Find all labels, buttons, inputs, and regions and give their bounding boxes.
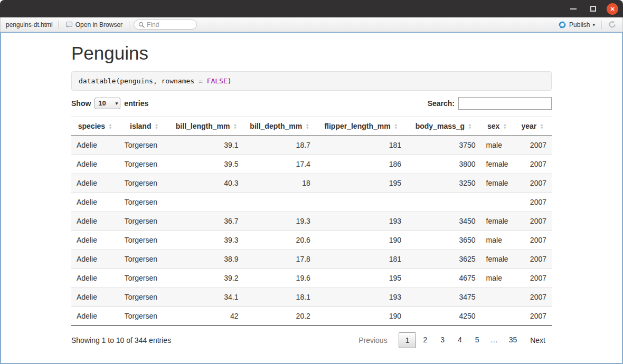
table-cell: 2007 — [514, 288, 552, 306]
table-cell: Torgersen — [119, 231, 169, 250]
toolbar-divider — [601, 21, 602, 29]
maximize-icon — [590, 6, 596, 12]
column-header-label: year — [521, 122, 536, 130]
next-button[interactable]: Next — [524, 333, 552, 348]
previous-button[interactable]: Previous — [352, 333, 393, 348]
datatable-controls: Show 10 ▾ entries Search: — [71, 97, 552, 110]
column-header-year[interactable]: year▲▼ — [514, 116, 552, 136]
table-cell: 193 — [316, 212, 407, 231]
table-row: AdelieTorgersen38.917.81813625female2007 — [71, 250, 552, 269]
table-cell: 42 — [169, 306, 244, 325]
table-cell: 2007 — [514, 212, 552, 231]
table-cell: female — [481, 155, 514, 174]
find-input[interactable] — [147, 21, 189, 28]
table-cell: 36.7 — [169, 212, 244, 231]
table-cell: 39.1 — [169, 136, 244, 155]
viewer-content: Penguins datatable(penguins, rownames = … — [0, 32, 623, 364]
column-header-sex[interactable]: sex▲▼ — [481, 116, 514, 136]
table-footer: Showing 1 to 10 of 344 entries Previous … — [71, 332, 552, 348]
column-header-label: sex — [487, 122, 499, 130]
table-cell: 20.2 — [244, 306, 316, 325]
page-length-select[interactable]: 10 ▾ — [95, 98, 120, 109]
table-row: AdelieTorgersen40.3181953250female2007 — [71, 174, 552, 193]
table-cell: female — [481, 212, 514, 231]
table-cell: Torgersen — [119, 288, 169, 306]
show-label: Show — [71, 99, 91, 108]
table-cell — [244, 193, 316, 212]
table-cell: male — [481, 231, 514, 250]
table-cell: 3250 — [407, 174, 480, 193]
column-header-label: island — [130, 122, 151, 130]
maximize-button[interactable] — [587, 3, 599, 15]
table-cell: 3750 — [407, 136, 480, 155]
code-text: ) — [228, 77, 232, 85]
column-header-bill_length_mm[interactable]: bill_length_mm▲▼ — [169, 116, 244, 136]
table-cell: 2007 — [514, 269, 552, 288]
viewer-toolbar: penguins-dt.html Open in Browser — [0, 17, 623, 32]
table-cell: 195 — [316, 174, 407, 193]
page-button-35[interactable]: 35 — [503, 332, 524, 348]
refresh-icon — [608, 21, 616, 28]
table-cell: 17.4 — [244, 155, 316, 174]
table-cell: 2007 — [514, 306, 552, 325]
table-cell: 38.9 — [169, 250, 244, 269]
toolbar-divider — [58, 21, 59, 29]
table-search-control: Search: — [428, 97, 552, 110]
open-in-browser-label: Open in Browser — [75, 21, 122, 28]
table-info: Showing 1 to 10 of 344 entries — [71, 336, 171, 344]
table-cell — [169, 193, 244, 212]
table-cell: 39.5 — [169, 155, 244, 174]
code-text: datatable(penguins, rownames = — [79, 77, 207, 85]
open-in-browser-button[interactable]: Open in Browser — [63, 20, 125, 30]
sort-icon: ▲▼ — [394, 123, 398, 130]
window-controls: × — [567, 3, 619, 15]
page-button-3[interactable]: 3 — [434, 332, 451, 348]
table-cell: Torgersen — [119, 155, 169, 174]
column-header-body_mass_g[interactable]: body_mass_g▲▼ — [407, 116, 480, 136]
pagination: Previous 12345…35 Next — [352, 332, 552, 348]
table-cell: 181 — [316, 250, 407, 269]
table-cell: Torgersen — [119, 250, 169, 269]
report-container: Penguins datatable(penguins, rownames = … — [71, 33, 552, 348]
page-button-1[interactable]: 1 — [399, 332, 417, 348]
column-header-species[interactable]: species▲▼ — [71, 116, 119, 136]
table-search-input[interactable] — [458, 97, 552, 110]
refresh-button[interactable] — [606, 20, 618, 30]
column-header-flipper_length_mm[interactable]: flipper_length_mm▲▼ — [316, 116, 407, 136]
table-cell: 34.1 — [169, 288, 244, 306]
page-button-2[interactable]: 2 — [417, 332, 433, 348]
table-cell: Adelie — [71, 212, 119, 231]
find-box[interactable] — [134, 20, 197, 30]
publish-button[interactable]: Publish ▾ — [556, 20, 597, 30]
table-cell: 18.7 — [244, 136, 316, 155]
search-icon — [138, 22, 145, 28]
table-cell: 39.2 — [169, 269, 244, 288]
table-cell: 40.3 — [169, 174, 244, 193]
table-cell: Adelie — [71, 193, 119, 212]
publish-label: Publish — [569, 21, 590, 28]
sort-icon: ▲▼ — [540, 123, 544, 130]
search-label: Search: — [428, 99, 455, 108]
table-header-row: species▲▼island▲▼bill_length_mm▲▼bill_de… — [71, 116, 552, 136]
table-row: AdelieTorgersen39.219.61954675male2007 — [71, 269, 552, 288]
chevron-down-icon: ▾ — [116, 101, 118, 106]
close-button[interactable]: × — [606, 3, 619, 15]
table-cell: 195 — [316, 269, 407, 288]
page-length-value: 10 — [98, 99, 106, 107]
code-constant: FALSE — [207, 77, 228, 85]
table-row: AdelieTorgersen39.517.41863800female2007 — [71, 155, 552, 174]
table-cell: Adelie — [71, 288, 119, 306]
minimize-button[interactable] — [567, 3, 580, 15]
table-cell: 19.6 — [244, 269, 316, 288]
browser-window-icon — [65, 21, 73, 28]
table-cell: Adelie — [71, 155, 119, 174]
column-header-bill_depth_mm[interactable]: bill_depth_mm▲▼ — [244, 116, 316, 136]
table-cell: 3475 — [407, 288, 480, 306]
page-button-5[interactable]: 5 — [469, 332, 486, 348]
table-cell: Adelie — [71, 136, 119, 155]
table-cell — [481, 193, 514, 212]
sort-icon: ▲▼ — [468, 123, 472, 130]
table-cell: 2007 — [514, 193, 552, 212]
page-button-4[interactable]: 4 — [451, 332, 468, 348]
column-header-island[interactable]: island▲▼ — [119, 116, 169, 136]
